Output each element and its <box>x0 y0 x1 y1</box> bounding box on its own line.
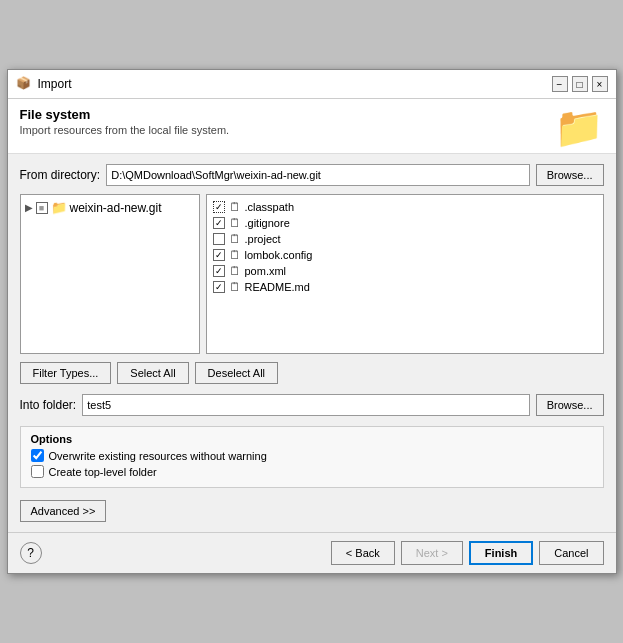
file-checkbox-project[interactable] <box>213 233 225 245</box>
section-header: File system Import resources from the lo… <box>8 99 616 154</box>
finish-button[interactable]: Finish <box>469 541 533 565</box>
file-icon-pom: 🗒 <box>229 264 241 278</box>
section-title: File system <box>20 107 546 122</box>
title-controls: − □ × <box>552 76 608 92</box>
dialog-icon: 📦 <box>16 76 32 92</box>
options-title: Options <box>31 433 593 445</box>
into-folder-label: Into folder: <box>20 398 77 412</box>
header-text: File system Import resources from the lo… <box>20 107 546 136</box>
from-directory-label: From directory: <box>20 168 101 182</box>
advanced-button[interactable]: Advanced >> <box>20 500 107 522</box>
into-folder-row: Into folder: Browse... <box>20 394 604 416</box>
create-top-level-option-row: Create top-level folder <box>31 465 593 478</box>
dialog-title: Import <box>38 77 546 91</box>
content-area: From directory: Browse... ▶ ■ 📁 weixin-a… <box>8 154 616 532</box>
file-label-readme: README.md <box>245 281 310 293</box>
tree-item[interactable]: ▶ ■ 📁 weixin-ad-new.git <box>25 199 195 216</box>
file-row[interactable]: ✓ 🗒 .gitignore <box>211 215 599 231</box>
into-folder-input[interactable] <box>82 394 529 416</box>
tree-expand-arrow: ▶ <box>25 202 33 213</box>
file-checkbox-gitignore[interactable]: ✓ <box>213 217 225 229</box>
title-bar: 📦 Import − □ × <box>8 70 616 99</box>
tree-item-checkbox[interactable]: ■ <box>36 202 48 214</box>
import-dialog: 📦 Import − □ × File system Import resour… <box>7 69 617 574</box>
file-row[interactable]: ✓ 🗒 pom.xml <box>211 263 599 279</box>
overwrite-label: Overwrite existing resources without war… <box>49 450 267 462</box>
bottom-bar: ? < Back Next > Finish Cancel <box>8 532 616 573</box>
file-icon-classpath: 🗒 <box>229 200 241 214</box>
action-buttons-row: Filter Types... Select All Deselect All <box>20 362 604 384</box>
overwrite-option-row: Overwrite existing resources without war… <box>31 449 593 462</box>
from-directory-browse-button[interactable]: Browse... <box>536 164 604 186</box>
from-directory-input[interactable] <box>106 164 529 186</box>
into-folder-browse-button[interactable]: Browse... <box>536 394 604 416</box>
file-row[interactable]: ✓ 🗒 .classpath <box>211 199 599 215</box>
file-panels: ▶ ■ 📁 weixin-ad-new.git ✓ 🗒 .classpath ✓… <box>20 194 604 354</box>
file-row[interactable]: ✓ 🗒 lombok.config <box>211 247 599 263</box>
file-label-classpath: .classpath <box>245 201 295 213</box>
section-subtitle: Import resources from the local file sys… <box>20 124 546 136</box>
minimize-button[interactable]: − <box>552 76 568 92</box>
filter-types-button[interactable]: Filter Types... <box>20 362 112 384</box>
next-button[interactable]: Next > <box>401 541 463 565</box>
tree-folder-icon: 📁 <box>51 200 67 215</box>
overwrite-checkbox[interactable] <box>31 449 44 462</box>
file-icon-project: 🗒 <box>229 232 241 246</box>
file-icon-gitignore: 🗒 <box>229 216 241 230</box>
maximize-button[interactable]: □ <box>572 76 588 92</box>
file-row[interactable]: 🗒 .project <box>211 231 599 247</box>
file-checkbox-pom[interactable]: ✓ <box>213 265 225 277</box>
file-checkbox-classpath[interactable]: ✓ <box>213 201 225 213</box>
file-label-gitignore: .gitignore <box>245 217 290 229</box>
file-checkbox-readme[interactable]: ✓ <box>213 281 225 293</box>
file-label-pom: pom.xml <box>245 265 287 277</box>
create-top-level-label: Create top-level folder <box>49 466 157 478</box>
create-top-level-checkbox[interactable] <box>31 465 44 478</box>
right-panel[interactable]: ✓ 🗒 .classpath ✓ 🗒 .gitignore 🗒 .project… <box>206 194 604 354</box>
options-box: Options Overwrite existing resources wit… <box>20 426 604 488</box>
deselect-all-button[interactable]: Deselect All <box>195 362 278 384</box>
back-button[interactable]: < Back <box>331 541 395 565</box>
folder-icon: 📁 <box>554 107 604 147</box>
help-button[interactable]: ? <box>20 542 42 564</box>
file-checkbox-lombok[interactable]: ✓ <box>213 249 225 261</box>
file-label-lombok: lombok.config <box>245 249 313 261</box>
select-all-button[interactable]: Select All <box>117 362 188 384</box>
cancel-button[interactable]: Cancel <box>539 541 603 565</box>
file-icon-readme: 🗒 <box>229 280 241 294</box>
tree-item-label: weixin-ad-new.git <box>70 201 162 215</box>
file-label-project: .project <box>245 233 281 245</box>
file-row[interactable]: ✓ 🗒 README.md <box>211 279 599 295</box>
from-directory-row: From directory: Browse... <box>20 164 604 186</box>
file-icon-lombok: 🗒 <box>229 248 241 262</box>
left-panel[interactable]: ▶ ■ 📁 weixin-ad-new.git <box>20 194 200 354</box>
close-button[interactable]: × <box>592 76 608 92</box>
